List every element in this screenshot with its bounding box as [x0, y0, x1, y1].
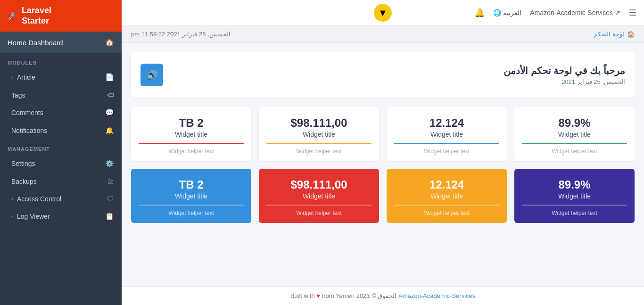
settings-icon: ⚙️ [105, 159, 114, 168]
sidebar-section-modules: MODULES [0, 53, 122, 68]
widget-divider [394, 205, 499, 206]
comments-label: Comments [11, 109, 43, 116]
topnav: ▼ 🔔 🌐 العربية Amazon-Academic-Services ↗… [122, 0, 644, 26]
footer-year: 2021 © الحقوق [356, 292, 398, 299]
widget-helper: Widget helper text [394, 148, 499, 155]
white-widget-3: 89.9% Widget title Widget helper text [514, 107, 635, 161]
breadcrumb-label: لوحة التحكم [594, 31, 625, 38]
sidebar: 🚀 Laravel Starter Home Dashboard 🏠 MODUL… [0, 0, 122, 305]
widget-title: Widget title [394, 192, 499, 200]
widget-value: TB 2 [139, 178, 244, 191]
widget-value: 12.124 [394, 178, 499, 191]
white-widget-2: 12.124 Widget title Widget helper text [387, 107, 507, 161]
welcome-card: 🔊 مرحباً بك في لوحة تحكم الأدمن الخميس, … [131, 52, 635, 98]
access-control-label: Access Control [17, 195, 61, 203]
language-switcher[interactable]: 🌐 العربية [493, 9, 521, 16]
widget-value: $98.111,00 [266, 178, 372, 191]
chevron-right-icon-ac: › [11, 196, 13, 202]
bell-icon[interactable]: 🔔 [474, 8, 485, 18]
notifications-icon: 🔔 [105, 126, 114, 135]
widget-helper: Widget helper text [139, 148, 244, 155]
footer-text: Built with ♥ from Yemen [290, 292, 356, 299]
widget-title: Widget title [394, 131, 499, 138]
sidebar-item-access-control[interactable]: › Access Control 🛡 [0, 190, 122, 207]
rocket-icon: 🚀 [8, 11, 17, 20]
language-icon: 🌐 [493, 9, 501, 16]
widget-title: Widget title [139, 131, 244, 138]
colored-widget-1: $98.111,00 Widget title Widget helper te… [259, 169, 379, 223]
service-link[interactable]: Amazon-Academic-Services ↗ [530, 9, 620, 16]
page-content: 🔊 مرحباً بك في لوحة تحكم الأدمن الخميس, … [122, 43, 644, 286]
settings-label: Settings [11, 160, 35, 167]
sidebar-item-settings[interactable]: Settings ⚙️ [0, 155, 122, 173]
widget-title: Widget title [139, 192, 244, 200]
notifications-label: Notifications [11, 127, 47, 134]
widget-divider [139, 143, 244, 144]
sidebar-brand: 🚀 Laravel Starter [0, 0, 122, 32]
sidebar-item-notifications[interactable]: Notifications 🔔 [0, 122, 122, 140]
widget-divider [266, 143, 372, 144]
topnav-right: 🔔 🌐 العربية Amazon-Academic-Services ↗ ☰ [474, 8, 636, 18]
widget-title: Widget title [266, 192, 372, 200]
article-icon: 📄 [105, 73, 114, 82]
home-dashboard-label: Home Dashboard [8, 39, 63, 47]
log-viewer-icon: 📋 [105, 212, 114, 221]
home-dashboard-icon: 🏠 [105, 38, 114, 47]
logo-icon: ▼ [378, 8, 388, 18]
widget-helper: Widget helper text [394, 210, 499, 216]
speaker-icon: 🔊 [146, 69, 158, 81]
brand-name: Laravel Starter [22, 6, 51, 26]
widget-helper: Widget helper text [522, 210, 627, 216]
language-label: العربية [503, 9, 521, 16]
white-widget-0: TB 2 Widget title Widget helper text [131, 107, 251, 161]
hamburger-button[interactable]: ☰ [629, 8, 636, 18]
widget-helper: Widget helper text [522, 148, 627, 155]
widget-value: 12.124 [394, 116, 499, 130]
sidebar-item-article[interactable]: › Article 📄 [0, 68, 122, 86]
tags-label: Tags [11, 91, 25, 99]
welcome-date: الخميس, 25 فبراير 2021 [504, 78, 625, 85]
topnav-logo: ▼ [374, 4, 392, 22]
log-viewer-label: Log Viewer [17, 213, 50, 220]
widget-value: 89.9% [522, 116, 627, 130]
breadcrumb-datetime: الخميس, 25 فبراير 2021 11:59:22 pm [131, 31, 231, 38]
widget-value: 89.9% [522, 178, 627, 191]
sidebar-item-tags[interactable]: Tags 🏷 [0, 86, 122, 104]
chevron-right-icon-lv: › [11, 213, 13, 220]
sidebar-item-comments[interactable]: Comments 💬 [0, 104, 122, 122]
sidebar-section-management: MANAGEMENT [0, 140, 122, 155]
widget-title: Widget title [266, 131, 372, 138]
speaker-button[interactable]: 🔊 [140, 64, 163, 86]
colored-widget-3: 89.9% Widget title Widget helper text [514, 169, 635, 223]
access-control-icon: 🛡 [107, 195, 114, 203]
widget-divider [522, 143, 627, 144]
backups-icon: 🗂 [107, 177, 114, 185]
sidebar-item-log-viewer[interactable]: › Log Viewer 📋 [0, 207, 122, 225]
widget-helper: Widget helper text [139, 210, 244, 216]
welcome-title: مرحباً بك في لوحة تحكم الأدمن [504, 65, 625, 76]
heart-icon: ♥ [316, 292, 320, 299]
widget-helper: Widget helper text [266, 210, 372, 216]
widget-value: TB 2 [139, 116, 244, 130]
white-widget-1: $98.111,00 Widget title Widget helper te… [259, 107, 379, 161]
chevron-right-icon: › [11, 74, 13, 81]
sidebar-item-backups[interactable]: Backups 🗂 [0, 173, 122, 190]
tags-icon: 🏷 [107, 91, 114, 99]
white-widgets-grid: TB 2 Widget title Widget helper text $98… [131, 107, 635, 161]
footer-link[interactable]: Amazon-Academic-Services [398, 292, 475, 299]
breadcrumb-bar: 🏠 لوحة التحكم الخميس, 25 فبراير 2021 11:… [122, 26, 644, 43]
widget-title: Widget title [522, 192, 627, 200]
sidebar-item-home-dashboard[interactable]: Home Dashboard 🏠 [0, 32, 122, 53]
widget-divider [266, 205, 372, 206]
colored-widget-0: TB 2 Widget title Widget helper text [131, 169, 251, 223]
widget-divider [139, 205, 244, 206]
topnav-logo-area: ▼ [374, 4, 392, 22]
footer: Built with ♥ from Yemen 2021 © الحقوق Am… [122, 286, 644, 305]
backups-label: Backups [11, 178, 37, 185]
widget-divider [522, 205, 627, 206]
widget-title: Widget title [522, 131, 627, 138]
breadcrumb-link[interactable]: 🏠 لوحة التحكم [594, 31, 635, 38]
colored-widgets-grid: TB 2 Widget title Widget helper text $98… [131, 169, 635, 223]
main-content: ▼ 🔔 🌐 العربية Amazon-Academic-Services ↗… [122, 0, 644, 305]
external-link-icon: ↗ [615, 9, 620, 16]
